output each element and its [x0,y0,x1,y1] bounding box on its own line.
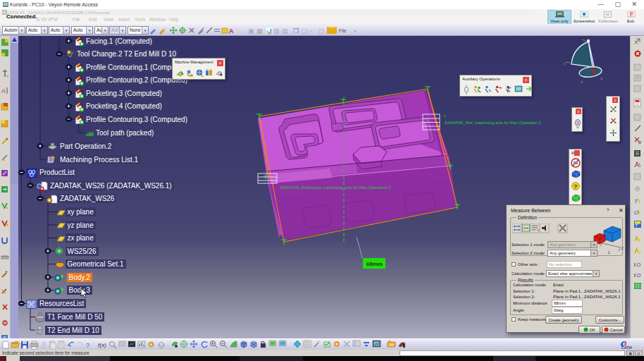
svg-text:2: 2 [621,246,624,250]
svg-text:?: ? [574,183,578,190]
svg-text:f(x): f(x) [98,342,106,348]
svg-text:x: x [564,61,566,66]
svg-text:?: ? [86,342,89,349]
svg-text:y: y [600,76,602,80]
svg-text:x: x [444,114,446,118]
svg-text:1: 1 [608,250,610,255]
svg-text:z: z [581,80,583,84]
svg-text:ZADATAK_Reference machining ax: ZADATAK_Reference machining axis for Par… [280,185,392,190]
svg-text:ZADATAK_Ref. machining axis fo: ZADATAK_Ref. machining axis for Part Ope… [445,121,541,125]
svg-text:68mm: 68mm [366,261,383,267]
